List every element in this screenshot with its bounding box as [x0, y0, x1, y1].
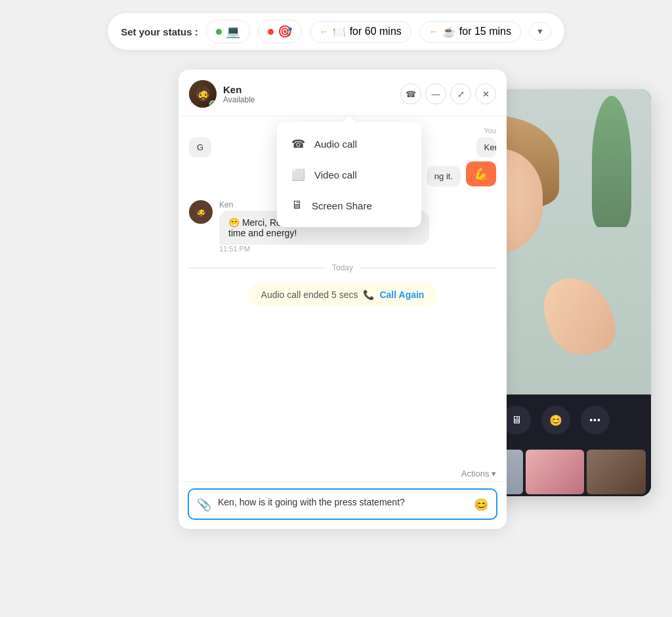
header-actions: ☎ — ⤢ ✕ — [400, 83, 496, 104]
video-call-label: Video call — [314, 169, 357, 181]
chevron-down-icon: ▼ — [536, 27, 544, 36]
avatar: 🧔 — [189, 80, 217, 108]
chat-panel: 🧔 Ken Available ☎ — ⤢ ✕ ☎ Audio — [178, 70, 507, 529]
away15-icon: ☕ — [442, 26, 455, 38]
laptop-icon: 💻 — [226, 24, 240, 39]
screen-share-label: Screen Share — [312, 200, 372, 211]
contact-status: Available — [223, 95, 400, 104]
status-option-away15[interactable]: ← ☕ for 15 mins — [419, 21, 521, 43]
partial-bubble-g: G — [189, 137, 211, 158]
emoji-react-button[interactable]: 😊 — [541, 406, 570, 435]
more-options-button[interactable]: ••• — [581, 406, 610, 435]
partial-bubble-emoji: 💪 — [466, 161, 496, 186]
chat-input-box: 📎 Ken, how is it going with the press st… — [188, 488, 497, 520]
call-again-button[interactable]: Call Again — [379, 289, 424, 300]
partial-bubble-ng: ng it. — [427, 166, 461, 186]
dot-red-icon — [268, 29, 274, 35]
arrow-left-icon-2: ← — [429, 26, 438, 37]
partial-bubble-ken: Ken! — [476, 137, 496, 158]
attach-icon[interactable]: 📎 — [197, 498, 211, 512]
dot-green-icon — [216, 29, 222, 35]
participant-thumb-4[interactable] — [526, 450, 585, 494]
phone-icon: ☎ — [291, 137, 305, 151]
emoji-react-icon: 😊 — [549, 414, 562, 427]
status-dropdown-btn[interactable]: ▼ — [529, 22, 551, 41]
today-label: Today — [332, 263, 353, 272]
away60-icon: 🍽️ — [333, 26, 346, 38]
you-label: You — [484, 127, 496, 135]
screen-share-option[interactable]: 🖥 Screen Share — [277, 190, 421, 221]
divider-line-left — [189, 268, 326, 268]
video-call-option[interactable]: ⬜ Video call — [277, 160, 421, 190]
ken-avatar: 🧔 — [189, 200, 213, 224]
status-bar: Set your status : 💻 🎯 ← 🍽️ for 60 mins ←… — [108, 13, 564, 50]
arrow-left-icon: ← — [320, 26, 329, 37]
emoji-picker-icon[interactable]: 😊 — [474, 498, 488, 512]
main-container: Set your status : 💻 🎯 ← 🍽️ for 60 mins ←… — [0, 0, 672, 617]
audio-call-option[interactable]: ☎ Audio call — [277, 129, 421, 160]
today-divider: Today — [189, 263, 496, 272]
status-option-focus[interactable]: 🎯 — [258, 20, 302, 43]
call-button[interactable]: ☎ — [400, 83, 421, 104]
chat-input-text[interactable]: Ken, how is it going with the press stat… — [218, 496, 467, 509]
close-button[interactable]: ✕ — [475, 83, 496, 104]
audio-call-ended-notice: Audio call ended 5 secs 📞 Call Again — [248, 283, 438, 307]
call-again-icon: 📞 — [363, 289, 374, 300]
bg-plant — [592, 96, 631, 227]
actions-label[interactable]: Actions ▾ — [461, 469, 496, 479]
divider-line-right — [360, 268, 496, 268]
chat-input-area: 📎 Ken, how is it going with the press st… — [178, 481, 507, 529]
contact-name: Ken — [223, 84, 400, 95]
actions-bar[interactable]: Actions ▾ — [178, 466, 507, 481]
away15-label: for 15 mins — [459, 26, 511, 37]
header-info: Ken Available — [223, 84, 400, 104]
chat-header: 🧔 Ken Available ☎ — ⤢ ✕ — [178, 70, 507, 116]
video-icon: ⬜ — [291, 168, 305, 182]
status-option-away60[interactable]: ← 🍽️ for 60 mins — [310, 21, 411, 43]
more-icon: ••• — [589, 415, 601, 425]
status-label: Set your status : — [121, 26, 198, 37]
minimize-button[interactable]: — — [425, 83, 446, 104]
ken-message-time: 11:51 PM — [219, 245, 429, 253]
online-badge — [209, 100, 216, 107]
call-dropdown-menu: ☎ Audio call ⬜ Video call 🖥 Screen Share — [277, 122, 421, 227]
screen-icon: 🖥 — [291, 199, 303, 212]
content-area: 🧔 Ken Available ☎ — ⤢ ✕ ☎ Audio — [21, 70, 651, 529]
participant-thumb-5[interactable] — [587, 450, 646, 494]
audio-call-label: Audio call — [314, 138, 357, 150]
away60-label: for 60 mins — [350, 26, 402, 37]
status-option-laptop[interactable]: 💻 — [206, 20, 250, 43]
focus-icon: 🎯 — [278, 24, 292, 39]
ken-message-emoji: 😁 — [228, 217, 240, 228]
screen-share-icon: 🖥 — [511, 414, 522, 426]
audio-call-ended-text: Audio call ended 5 secs — [261, 289, 358, 300]
expand-button[interactable]: ⤢ — [450, 83, 471, 104]
